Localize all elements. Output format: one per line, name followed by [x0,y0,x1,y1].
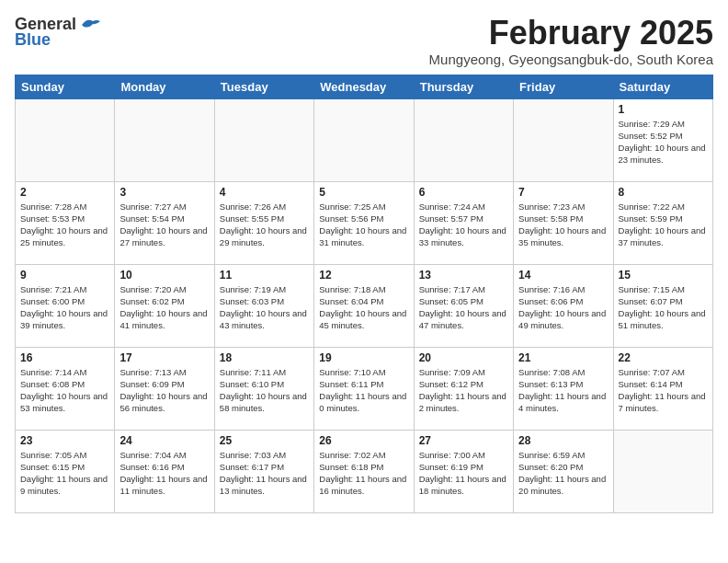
day-info: Sunrise: 6:59 AM Sunset: 6:20 PM Dayligh… [518,449,608,498]
day-info: Sunrise: 7:23 AM Sunset: 5:58 PM Dayligh… [518,201,608,249]
day-info: Sunrise: 7:03 AM Sunset: 6:17 PM Dayligh… [220,449,309,498]
day-number: 13 [419,269,508,282]
calendar-cell: 23Sunrise: 7:05 AM Sunset: 6:15 PM Dayli… [16,430,115,512]
calendar-cell: 15Sunrise: 7:15 AM Sunset: 6:07 PM Dayli… [613,264,712,347]
calendar-cell: 8Sunrise: 7:22 AM Sunset: 5:59 PM Daylig… [613,181,712,264]
logo: General Blue [15,15,100,50]
day-info: Sunrise: 7:14 AM Sunset: 6:08 PM Dayligh… [20,366,109,415]
week-row-1: 1Sunrise: 7:29 AM Sunset: 5:52 PM Daylig… [16,98,713,181]
calendar-cell: 27Sunrise: 7:00 AM Sunset: 6:19 PM Dayli… [414,430,513,512]
week-row-2: 2Sunrise: 7:28 AM Sunset: 5:53 PM Daylig… [16,181,713,264]
calendar-cell: 3Sunrise: 7:27 AM Sunset: 5:54 PM Daylig… [115,181,214,264]
week-row-5: 23Sunrise: 7:05 AM Sunset: 6:15 PM Dayli… [16,430,713,512]
day-info: Sunrise: 7:09 AM Sunset: 6:12 PM Dayligh… [419,366,508,415]
day-info: Sunrise: 7:02 AM Sunset: 6:18 PM Dayligh… [319,449,408,498]
calendar-cell: 17Sunrise: 7:13 AM Sunset: 6:09 PM Dayli… [115,347,214,430]
month-title: February 2025 [429,15,713,52]
page-header: General Blue February 2025 Mungyeong, Gy… [15,15,713,67]
day-number: 27 [419,434,508,447]
calendar-cell: 9Sunrise: 7:21 AM Sunset: 6:00 PM Daylig… [16,264,115,347]
day-number: 25 [220,434,309,447]
day-number: 11 [220,269,309,282]
calendar-cell: 28Sunrise: 6:59 AM Sunset: 6:20 PM Dayli… [514,430,613,512]
calendar-cell: 11Sunrise: 7:19 AM Sunset: 6:03 PM Dayli… [214,264,313,347]
day-number: 14 [518,269,608,282]
day-number: 15 [619,269,708,282]
day-info: Sunrise: 7:04 AM Sunset: 6:16 PM Dayligh… [119,449,209,498]
logo-blue-text: Blue [15,30,51,50]
day-info: Sunrise: 7:07 AM Sunset: 6:14 PM Dayligh… [619,366,708,415]
day-info: Sunrise: 7:24 AM Sunset: 5:57 PM Dayligh… [419,201,508,249]
day-number: 9 [20,269,109,282]
calendar-cell [314,98,414,181]
weekday-header-friday: Friday [514,75,613,98]
calendar-cell: 2Sunrise: 7:28 AM Sunset: 5:53 PM Daylig… [16,181,115,264]
calendar-cell [214,98,313,181]
calendar-cell [16,98,115,181]
day-number: 24 [119,434,209,447]
calendar-cell [514,98,613,181]
calendar-cell: 25Sunrise: 7:03 AM Sunset: 6:17 PM Dayli… [214,430,313,512]
day-number: 23 [20,434,109,447]
calendar-cell: 19Sunrise: 7:10 AM Sunset: 6:11 PM Dayli… [314,347,414,430]
calendar-cell: 10Sunrise: 7:20 AM Sunset: 6:02 PM Dayli… [115,264,214,347]
calendar-cell [414,98,513,181]
calendar-cell: 12Sunrise: 7:18 AM Sunset: 6:04 PM Dayli… [314,264,414,347]
calendar-cell: 6Sunrise: 7:24 AM Sunset: 5:57 PM Daylig… [414,181,513,264]
day-number: 8 [619,186,708,199]
calendar-cell: 7Sunrise: 7:23 AM Sunset: 5:58 PM Daylig… [514,181,613,264]
day-number: 12 [319,269,408,282]
day-info: Sunrise: 7:29 AM Sunset: 5:52 PM Dayligh… [619,118,708,167]
weekday-header-sunday: Sunday [16,75,115,98]
day-info: Sunrise: 7:20 AM Sunset: 6:02 PM Dayligh… [119,283,209,332]
calendar-cell: 21Sunrise: 7:08 AM Sunset: 6:13 PM Dayli… [514,347,613,430]
day-number: 10 [119,269,209,282]
calendar-cell: 14Sunrise: 7:16 AM Sunset: 6:06 PM Dayli… [514,264,613,347]
day-number: 3 [119,186,209,199]
week-row-3: 9Sunrise: 7:21 AM Sunset: 6:00 PM Daylig… [16,264,713,347]
day-number: 21 [518,351,608,364]
day-info: Sunrise: 7:28 AM Sunset: 5:53 PM Dayligh… [20,201,109,249]
day-info: Sunrise: 7:27 AM Sunset: 5:54 PM Dayligh… [119,201,209,249]
day-number: 16 [20,351,109,364]
day-number: 4 [220,186,309,199]
day-info: Sunrise: 7:11 AM Sunset: 6:10 PM Dayligh… [220,366,309,415]
calendar-cell [613,430,712,512]
day-number: 2 [20,186,109,199]
day-number: 18 [220,351,309,364]
day-info: Sunrise: 7:25 AM Sunset: 5:56 PM Dayligh… [319,201,408,249]
day-number: 5 [319,186,408,199]
day-number: 1 [619,103,708,116]
calendar-cell: 22Sunrise: 7:07 AM Sunset: 6:14 PM Dayli… [613,347,712,430]
calendar-cell: 4Sunrise: 7:26 AM Sunset: 5:55 PM Daylig… [214,181,313,264]
day-info: Sunrise: 7:16 AM Sunset: 6:06 PM Dayligh… [518,283,608,332]
day-info: Sunrise: 7:22 AM Sunset: 5:59 PM Dayligh… [619,201,708,249]
weekday-header-monday: Monday [115,75,214,98]
day-info: Sunrise: 7:19 AM Sunset: 6:03 PM Dayligh… [220,283,309,332]
weekday-header-wednesday: Wednesday [314,75,414,98]
day-info: Sunrise: 7:26 AM Sunset: 5:55 PM Dayligh… [220,201,309,249]
weekday-header-thursday: Thursday [414,75,513,98]
calendar-cell: 20Sunrise: 7:09 AM Sunset: 6:12 PM Dayli… [414,347,513,430]
calendar-cell [115,98,214,181]
day-number: 28 [518,434,608,447]
day-number: 7 [518,186,608,199]
day-info: Sunrise: 7:05 AM Sunset: 6:15 PM Dayligh… [20,449,109,498]
day-info: Sunrise: 7:18 AM Sunset: 6:04 PM Dayligh… [319,283,408,332]
day-number: 20 [419,351,508,364]
calendar-cell: 24Sunrise: 7:04 AM Sunset: 6:16 PM Dayli… [115,430,214,512]
logo-bird-icon [80,17,100,32]
day-number: 22 [619,351,708,364]
day-number: 26 [319,434,408,447]
calendar-cell: 18Sunrise: 7:11 AM Sunset: 6:10 PM Dayli… [214,347,313,430]
day-number: 19 [319,351,408,364]
day-info: Sunrise: 7:13 AM Sunset: 6:09 PM Dayligh… [119,366,209,415]
day-number: 17 [119,351,209,364]
weekday-header-tuesday: Tuesday [214,75,313,98]
calendar-cell: 13Sunrise: 7:17 AM Sunset: 6:05 PM Dayli… [414,264,513,347]
day-number: 6 [419,186,508,199]
calendar-cell: 5Sunrise: 7:25 AM Sunset: 5:56 PM Daylig… [314,181,414,264]
title-block: February 2025 Mungyeong, Gyeongsangbuk-d… [429,15,713,67]
day-info: Sunrise: 7:08 AM Sunset: 6:13 PM Dayligh… [518,366,608,415]
day-info: Sunrise: 7:15 AM Sunset: 6:07 PM Dayligh… [619,283,708,332]
